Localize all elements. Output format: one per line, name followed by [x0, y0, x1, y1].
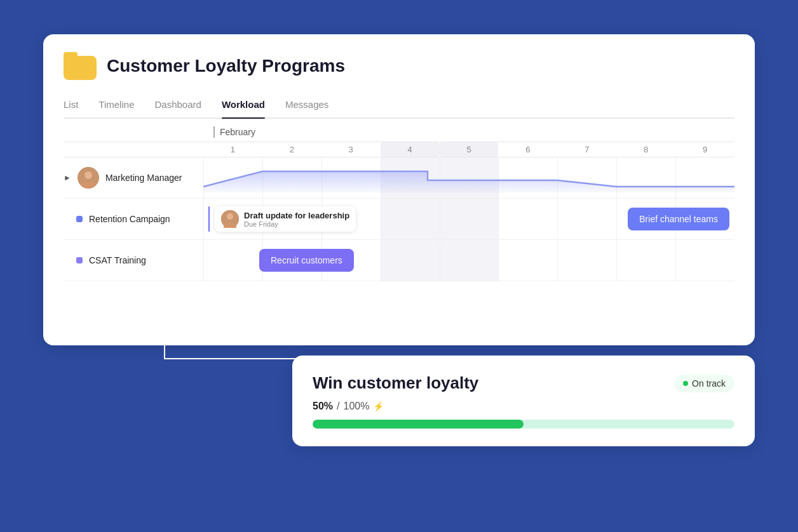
- marketing-manager-grid: [203, 157, 734, 198]
- grid-col-5-shaded: [440, 157, 499, 198]
- workload-card: Customer Loyalty Programs List Timeline …: [43, 34, 755, 345]
- progress-separator: /: [337, 401, 339, 412]
- date-col-7: 7: [557, 142, 616, 157]
- status-text: On track: [692, 378, 726, 389]
- tab-timeline[interactable]: Timeline: [98, 94, 134, 117]
- marketing-manager-label: Marketing Manager: [105, 173, 182, 183]
- label-retention-campaign: Retention Campaign: [64, 214, 203, 224]
- retention-tasks-overlay: Draft update for leadership Due Friday B…: [203, 206, 734, 232]
- row-marketing-manager: ► Marketing Manager: [64, 157, 734, 199]
- label-marketing-manager: ► Marketing Manager: [64, 167, 203, 189]
- row-retention-campaign: Retention Campaign: [64, 199, 734, 240]
- progress-bar-fill: [313, 420, 524, 429]
- grid-col-7: [557, 157, 616, 198]
- progress-bar-background: [313, 420, 734, 429]
- connector-vertical: [184, 252, 186, 281]
- svg-point-3: [227, 213, 233, 220]
- csat-grid: Recruit customers: [203, 240, 734, 281]
- csat-training-label: CSAT Training: [89, 255, 146, 265]
- date-col-1: 1: [203, 142, 262, 157]
- folder-icon: [64, 52, 97, 80]
- bottom-card-header: Win customer loyalty On track: [313, 373, 734, 393]
- csat-tasks-overlay: Recruit customers: [203, 249, 734, 272]
- retention-campaign-label: Retention Campaign: [89, 214, 170, 224]
- month-label-area: February: [203, 126, 734, 138]
- progress-total: 100%: [343, 401, 369, 412]
- date-col-9: 9: [675, 142, 734, 157]
- csat-color-dot: [76, 257, 83, 263]
- retention-color-dot: [76, 216, 83, 222]
- label-csat-training: CSAT Training: [64, 255, 203, 265]
- task-pill-container: Draft update for leadership Due Friday B…: [208, 206, 729, 232]
- date-col-4: 4: [381, 142, 440, 157]
- recruit-btn-wrapper: Recruit customers: [259, 249, 354, 272]
- task-title: Draft update for leadership: [244, 211, 349, 220]
- date-header-empty: [64, 142, 203, 157]
- date-col-6: 6: [498, 142, 557, 157]
- month-divider: [213, 126, 215, 138]
- grid-col-1: [203, 157, 262, 198]
- svg-point-1: [85, 171, 92, 179]
- date-col-8: 8: [616, 142, 675, 157]
- lightning-icon: ⚡: [373, 401, 384, 411]
- workload-grid: February 1 2 3 4 5 6 7 8 9: [64, 119, 734, 281]
- month-label: February: [220, 127, 255, 137]
- brief-channel-teams-button[interactable]: Brief channel teams: [628, 208, 729, 230]
- date-col-3: 3: [321, 142, 381, 157]
- project-title: Customer Loyalty Programs: [107, 56, 345, 76]
- grid-col-4-shaded: [381, 157, 440, 198]
- card-header: Customer Loyalty Programs: [64, 52, 734, 80]
- avatar-marketing-manager: [78, 167, 99, 189]
- month-header-row: February: [64, 119, 734, 142]
- grid-col-3: [321, 157, 381, 198]
- status-badge: On track: [674, 375, 734, 392]
- grid-col-8: [616, 157, 675, 198]
- date-header-row: 1 2 3 4 5 6 7 8 9: [64, 142, 734, 157]
- grid-col-9: [675, 157, 734, 198]
- win-loyalty-card: Win customer loyalty On track 50% / 100%…: [292, 356, 755, 446]
- status-dot: [683, 381, 688, 386]
- chevron-icon[interactable]: ►: [64, 173, 71, 182]
- task-due: Due Friday: [244, 220, 349, 228]
- avatar-svg: [78, 167, 99, 189]
- app-container: Customer Loyalty Programs List Timeline …: [24, 15, 774, 517]
- retention-grid: Draft update for leadership Due Friday B…: [203, 199, 734, 239]
- tab-list[interactable]: List: [64, 94, 78, 117]
- tab-bar: List Timeline Dashboard Workload Message…: [64, 94, 734, 119]
- progress-current: 50%: [313, 401, 333, 412]
- task-divider-line: [208, 206, 210, 232]
- task-avatar-svg: [221, 210, 239, 228]
- row-csat-training: CSAT Training Recruit customers: [64, 240, 734, 281]
- date-col-2: 2: [262, 142, 321, 157]
- date-col-5: 5: [440, 142, 499, 157]
- connector-v2: [164, 345, 165, 358]
- tab-messages[interactable]: Messages: [285, 94, 328, 117]
- grid-col-6: [498, 157, 557, 198]
- date-cols-header: 1 2 3 4 5 6 7 8 9: [203, 142, 734, 157]
- progress-label: 50% / 100% ⚡: [313, 401, 734, 412]
- tab-dashboard[interactable]: Dashboard: [154, 94, 201, 117]
- grid-col-2: [262, 157, 321, 198]
- tab-workload[interactable]: Workload: [222, 94, 265, 117]
- recruit-customers-button[interactable]: Recruit customers: [259, 249, 354, 272]
- draft-update-task-card[interactable]: Draft update for leadership Due Friday: [215, 206, 356, 232]
- win-title: Win customer loyalty: [313, 373, 478, 393]
- task-avatar: [221, 210, 239, 228]
- task-info: Draft update for leadership Due Friday: [244, 211, 349, 228]
